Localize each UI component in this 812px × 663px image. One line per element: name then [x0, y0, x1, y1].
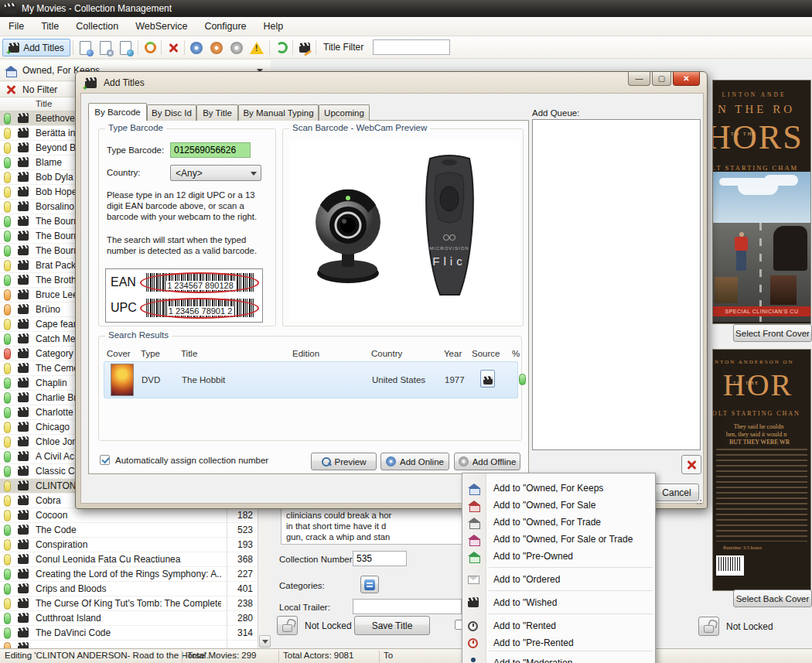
- menu-item-owned-for-sale[interactable]: Add to "Owned, For Sale: [462, 497, 655, 514]
- status-pill-icon: [4, 613, 11, 624]
- list-item-title: Cocoon: [36, 510, 221, 521]
- menu-title[interactable]: Title: [32, 18, 67, 35]
- col-percent[interactable]: %: [512, 349, 520, 358]
- disc-gray-icon[interactable]: [227, 39, 246, 56]
- house-blue-icon: [468, 483, 480, 494]
- list-item[interactable]: Crips and Bloods 401: [0, 582, 258, 596]
- add-queue-list[interactable]: [532, 119, 701, 450]
- dialog-titlebar[interactable]: + Add Titles: [76, 72, 707, 94]
- list-item[interactable]: The Code 523: [0, 523, 258, 538]
- list-item[interactable]: Cocoon 182: [0, 508, 258, 523]
- menu-item-pre-owned[interactable]: Add to "Pre-Owned: [462, 548, 655, 565]
- cover-paragraphs: [716, 449, 807, 542]
- house-pre-owned-icon: [468, 551, 480, 562]
- tab-by-disc-id[interactable]: By Disc Id: [147, 104, 196, 121]
- resize-grip[interactable]: [696, 497, 704, 505]
- col-title[interactable]: Title: [181, 349, 197, 358]
- menu-item-pre-rented[interactable]: Add to "Pre-Rented: [462, 634, 655, 651]
- menu-help[interactable]: Help: [255, 18, 292, 35]
- list-item[interactable]: The DaVinci Code 314: [0, 626, 258, 641]
- status-pill-icon: [4, 480, 11, 492]
- back-cover-image[interactable]: LINTON ANDERSON ON HOR TO THE OLT STARTI…: [713, 350, 810, 590]
- auto-assign-checkbox[interactable]: [100, 455, 110, 465]
- add-online-button[interactable]: Add Online: [380, 453, 449, 470]
- close-button[interactable]: ✕: [673, 72, 700, 86]
- add-offline-button[interactable]: Add Offline: [454, 453, 520, 470]
- warning-icon[interactable]: [247, 39, 266, 56]
- disc-burn-icon[interactable]: [207, 39, 226, 56]
- disc-blue-icon[interactable]: [187, 39, 206, 56]
- cover-lock-button[interactable]: [698, 617, 719, 636]
- result-country: United States: [372, 375, 425, 384]
- title-filter-input[interactable]: [373, 39, 450, 55]
- status-pill-icon: [4, 422, 11, 433]
- list-item-number: 182: [227, 510, 253, 521]
- cancel-button[interactable]: Cancel: [654, 484, 699, 501]
- scrollbar-down-button[interactable]: [259, 635, 271, 648]
- list-item[interactable]: Conul Leonida Fata Cu Reactiunea 368: [0, 552, 258, 567]
- menu-webservice[interactable]: WebService: [127, 18, 196, 35]
- list-item[interactable]: Conspiration 193: [0, 538, 258, 552]
- tab-by-title[interactable]: By Title: [196, 104, 238, 121]
- preview-icon: [322, 457, 331, 466]
- edit-title-icon[interactable]: [295, 39, 314, 56]
- document-disc-icon[interactable]: [96, 39, 114, 56]
- movie-clapper-icon: [18, 231, 29, 241]
- search-result-row[interactable]: DVD The Hobbit United States 1977: [104, 361, 518, 398]
- lock-button[interactable]: [277, 616, 298, 635]
- menu-item-owned-for-trade[interactable]: Add to "Owned, For Trade: [462, 514, 655, 531]
- country-select[interactable]: <Any>: [170, 165, 261, 181]
- add-titles-button[interactable]: + Add Titles: [2, 39, 70, 56]
- collection-number-input[interactable]: [353, 551, 407, 566]
- menu-configure[interactable]: Configure: [196, 18, 254, 35]
- menu-collection[interactable]: Collection: [67, 18, 127, 35]
- menu-item-moderation[interactable]: Add to "Moderation: [462, 654, 655, 663]
- col-country[interactable]: Country: [371, 349, 402, 358]
- col-year[interactable]: Year: [444, 349, 462, 358]
- menu-item-rented[interactable]: Add to "Rented: [462, 617, 655, 634]
- minimize-button[interactable]: —: [628, 72, 650, 86]
- synchronize-icon[interactable]: [272, 39, 291, 56]
- refresh-icon[interactable]: [141, 39, 159, 56]
- categories-button[interactable]: [360, 576, 379, 593]
- select-back-cover-button[interactable]: Select Back Cover: [733, 590, 812, 607]
- col-source[interactable]: Source: [472, 349, 500, 358]
- menu-item-wished[interactable]: Add to "Wished: [462, 594, 655, 611]
- front-cover-image[interactable]: LINTON ANDE N THE RO HORS TO THE OLT STA…: [713, 80, 810, 323]
- movie-clapper-icon: [18, 261, 29, 270]
- select-front-cover-button[interactable]: Select Front Cover: [733, 324, 812, 342]
- house-trade-icon: [468, 517, 480, 528]
- list-item[interactable]: [0, 641, 258, 648]
- save-title-button[interactable]: Save Title: [354, 616, 430, 635]
- status-pill-icon: [4, 275, 11, 286]
- maximize-button[interactable]: ▢: [652, 72, 671, 86]
- col-type[interactable]: Type: [141, 349, 160, 358]
- document-globe-icon[interactable]: [76, 39, 94, 56]
- tab-upcoming[interactable]: Upcoming: [319, 104, 370, 121]
- tab-by-manual-typing[interactable]: By Manual Typing: [238, 104, 319, 121]
- barcode-instructions-2: The search will start when the typed num…: [107, 234, 268, 256]
- col-edition[interactable]: Edition: [292, 349, 319, 358]
- tab-by-barcode[interactable]: By Barcode: [88, 103, 147, 121]
- result-title: The Hobbit: [182, 375, 225, 384]
- svg-text:Flic: Flic: [432, 255, 466, 268]
- menu-item-owned-for-sale-or-trade[interactable]: Add to "Owned, For Sale or Trade: [462, 531, 655, 548]
- menu-item-ordered[interactable]: Add to "Ordered: [462, 571, 655, 588]
- document-save-icon[interactable]: [116, 39, 135, 56]
- menu-file[interactable]: File: [0, 18, 32, 35]
- col-cover[interactable]: Cover: [107, 349, 131, 358]
- toolbar-separator: [292, 40, 293, 55]
- barcode-input[interactable]: [170, 142, 251, 158]
- menu-item-owned-for-keeps[interactable]: Add to "Owned, For Keeps: [462, 480, 655, 497]
- local-trailer-input[interactable]: [353, 599, 462, 614]
- app-title: My Movies - Collection Management: [22, 3, 172, 14]
- status-pill-icon: [4, 525, 11, 536]
- list-item[interactable]: Cutthroat Island 280: [0, 611, 258, 626]
- preview-button[interactable]: Preview: [311, 453, 377, 470]
- remove-from-queue-button[interactable]: [681, 455, 701, 474]
- delete-title-icon[interactable]: [164, 39, 183, 56]
- result-percent-pill-icon: [519, 374, 526, 385]
- list-item[interactable]: The Curse Of King Tut's Tomb: The Comple…: [0, 596, 258, 611]
- list-item[interactable]: Creating the Lord of the Rings Symphony:…: [0, 567, 258, 582]
- movie-clapper-icon: [18, 584, 29, 593]
